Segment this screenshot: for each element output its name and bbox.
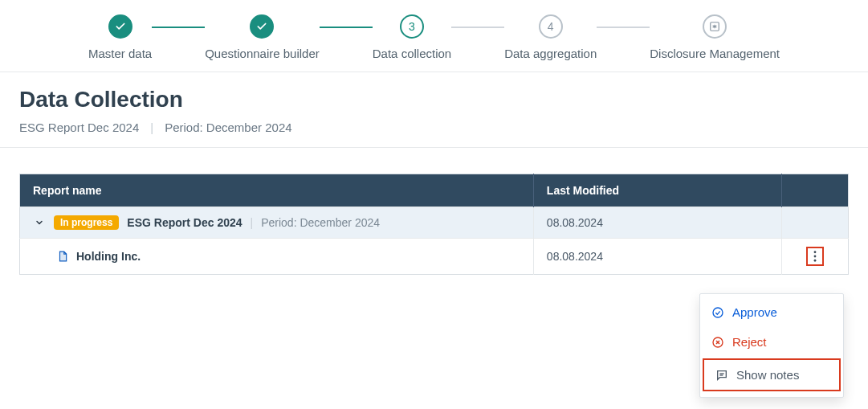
report-table-wrap: Report name Last Modified In progress ES… xyxy=(0,148,868,275)
step-label: Questionnaire builder xyxy=(205,47,320,60)
svg-point-1 xyxy=(814,251,817,253)
page-subhead: ESG Report Dec 2024 | Period: December 2… xyxy=(19,121,849,134)
step-label: Master data xyxy=(88,47,152,60)
step-data-collection[interactable]: 3 Data collection xyxy=(373,14,451,60)
chevron-down-icon[interactable] xyxy=(33,218,46,227)
svg-point-2 xyxy=(814,256,817,258)
step-questionnaire[interactable]: Questionnaire builder xyxy=(205,14,320,60)
report-name: ESG Report Dec 2024 xyxy=(19,121,139,134)
check-icon xyxy=(108,14,132,39)
step-connector xyxy=(152,27,205,28)
document-icon xyxy=(57,251,68,262)
check-icon xyxy=(250,14,274,39)
actions-cell xyxy=(782,207,849,239)
status-badge: In progress xyxy=(54,215,119,230)
asterisk-icon xyxy=(703,14,727,39)
stepper: Master data Questionnaire builder 3 Data… xyxy=(0,0,868,72)
page-header: Data Collection ESG Report Dec 2024 | Pe… xyxy=(0,72,868,148)
column-report-name: Report name xyxy=(20,174,534,207)
column-last-modified: Last Modified xyxy=(533,174,782,207)
step-label: Data aggregation xyxy=(504,47,597,60)
report-table: Report name Last Modified In progress ES… xyxy=(19,174,849,275)
page-title: Data Collection xyxy=(19,87,849,112)
step-connector xyxy=(320,27,373,28)
report-period-cell: Period: December 2024 xyxy=(261,216,380,229)
modified-cell: 08.08.2024 xyxy=(533,239,782,275)
report-name-cell: ESG Report Dec 2024 xyxy=(127,216,242,229)
step-disclosure-management[interactable]: Disclosure Management xyxy=(650,14,780,60)
more-actions-button[interactable] xyxy=(806,247,824,266)
step-master-data[interactable]: Master data xyxy=(88,14,152,60)
divider: | xyxy=(150,121,153,134)
step-data-aggregation[interactable]: 4 Data aggregation xyxy=(504,14,597,60)
step-label: Disclosure Management xyxy=(650,47,780,60)
step-label: Data collection xyxy=(373,47,451,60)
divider: | xyxy=(251,216,254,229)
period-label: Period: December 2024 xyxy=(165,121,291,134)
table-group-row[interactable]: In progress ESG Report Dec 2024 | Period… xyxy=(20,207,849,239)
column-actions xyxy=(782,174,849,207)
entity-name: Holding Inc. xyxy=(76,250,141,263)
step-connector xyxy=(597,27,650,28)
table-row[interactable]: Holding Inc. 08.08.2024 xyxy=(20,239,849,275)
step-number: 4 xyxy=(539,14,563,39)
step-connector xyxy=(451,27,504,28)
step-number: 3 xyxy=(400,14,424,39)
svg-point-3 xyxy=(814,260,817,262)
modified-cell: 08.08.2024 xyxy=(533,207,782,239)
